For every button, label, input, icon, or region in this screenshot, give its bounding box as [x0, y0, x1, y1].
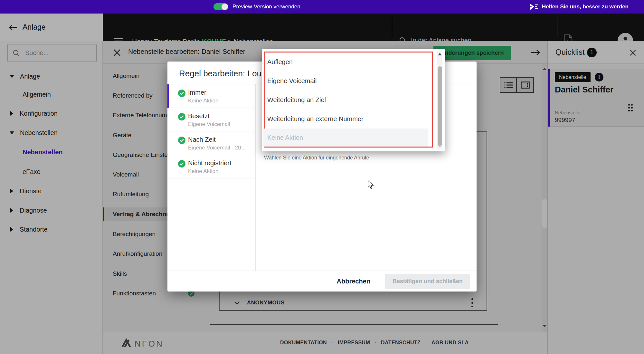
scrollbar-thumb[interactable] — [438, 66, 442, 146]
scroll-up-icon[interactable] — [438, 53, 442, 55]
modal-footer: Abbrechen Bestätigen und schließen — [167, 271, 477, 292]
option-eigene-voicemail[interactable]: Eigene Voicemail — [263, 72, 428, 90]
check-circle-icon — [178, 90, 185, 97]
preview-version-toggle[interactable] — [213, 3, 228, 10]
rule-name: Nicht registriert — [188, 159, 231, 167]
feedback-link[interactable]: Helfen Sie uns, besser zu werden — [530, 3, 629, 11]
action-helper-text: Wählen Sie eine Aktion für eingehende An… — [264, 155, 369, 161]
rule-list: Immer Keine Aktion Besetzt Eigene Voicem… — [167, 84, 256, 271]
rule-name: Immer — [188, 89, 206, 96]
rule-item-nicht-registriert[interactable]: Nicht registriert Keine Aktion — [167, 155, 256, 178]
rule-action: Keine Aktion — [188, 168, 219, 175]
option-weiterleitung-an-externe-nummer[interactable]: Weiterleitung an externe Nummer — [263, 110, 428, 128]
check-circle-icon — [178, 160, 185, 167]
rule-name: Besetzt — [188, 112, 210, 120]
option-keine-aktion[interactable]: Keine Aktion — [263, 129, 428, 147]
option-auflegen[interactable]: Auflegen — [263, 53, 428, 71]
top-purple-bar: Preview-Version verwenden Helfen Sie uns… — [0, 0, 644, 14]
rule-name: Nach Zeit — [188, 136, 216, 143]
cancel-button[interactable]: Abbrechen — [337, 278, 370, 285]
rule-item-nach-zeit[interactable]: Nach Zeit Eigene Voicemail - 20... — [167, 131, 256, 155]
feedback-label: Helfen Sie uns, besser zu werden — [542, 4, 629, 10]
app-screen: Anlage Happy-Tourisms Berlin KCVMF > Neb… — [0, 0, 644, 354]
check-circle-icon — [178, 137, 185, 144]
action-select-dropdown: Auflegen Eigene Voicemail Weiterleitung … — [262, 49, 445, 151]
preview-toggle-label: Preview-Version verwenden — [232, 4, 300, 10]
confirm-button[interactable]: Bestätigen und schließen — [385, 274, 470, 289]
rule-action: Eigene Voicemail - 20... — [188, 145, 246, 151]
rule-action: Eigene Voicemail — [188, 121, 230, 128]
check-circle-icon — [178, 113, 185, 120]
toggle-knob — [222, 4, 228, 10]
send-plane-icon — [530, 3, 538, 11]
mouse-cursor — [367, 180, 375, 189]
rule-action: Keine Aktion — [188, 98, 219, 104]
dropdown-scrollbar[interactable] — [437, 51, 442, 149]
modal-title: Regel bearbeiten: Loui — [179, 69, 263, 79]
rule-item-immer[interactable]: Immer Keine Aktion — [167, 84, 256, 108]
scroll-down-icon[interactable] — [438, 145, 442, 148]
option-weiterleitung-an-ziel[interactable]: Weiterleitung an Ziel — [263, 91, 428, 109]
rule-item-besetzt[interactable]: Besetzt Eigene Voicemail — [167, 108, 256, 131]
